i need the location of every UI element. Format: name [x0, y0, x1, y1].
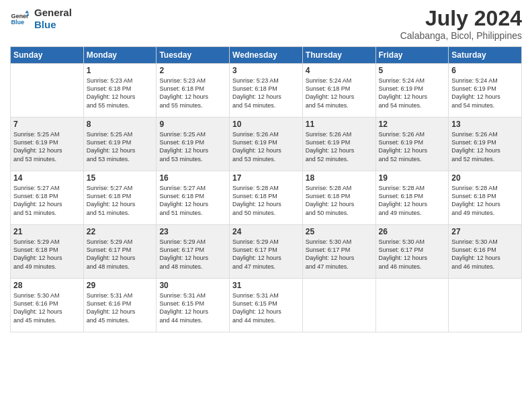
- table-row: 4 Sunrise: 5:24 AMSunset: 6:18 PMDayligh…: [302, 64, 375, 118]
- day-number: 26: [379, 227, 446, 236]
- day-info: Sunrise: 5:26 AMSunset: 6:19 PMDaylight:…: [306, 130, 373, 163]
- day-number: 10: [232, 120, 300, 129]
- day-info: Sunrise: 5:27 AMSunset: 6:18 PMDaylight:…: [87, 184, 154, 217]
- day-number: 7: [13, 120, 81, 129]
- day-number: 15: [87, 173, 154, 183]
- day-info: Sunrise: 5:28 AMSunset: 6:18 PMDaylight:…: [232, 184, 300, 217]
- title-section: July 2024 Calabanga, Bicol, Philippines: [400, 7, 522, 41]
- day-info: Sunrise: 5:28 AMSunset: 6:18 PMDaylight:…: [379, 184, 446, 217]
- day-number: 8: [87, 120, 154, 129]
- day-info: Sunrise: 5:29 AMSunset: 6:17 PMDaylight:…: [232, 238, 300, 271]
- col-monday: Monday: [83, 47, 157, 64]
- day-number: 27: [451, 227, 519, 236]
- calendar-week-2: 7 Sunrise: 5:25 AMSunset: 6:19 PMDayligh…: [11, 118, 522, 171]
- day-info: Sunrise: 5:27 AMSunset: 6:18 PMDaylight:…: [159, 184, 226, 217]
- day-info: Sunrise: 5:31 AMSunset: 6:16 PMDaylight:…: [87, 291, 154, 324]
- day-number: 25: [306, 227, 373, 236]
- day-info: Sunrise: 5:24 AMSunset: 6:19 PMDaylight:…: [379, 77, 446, 109]
- calendar-table: Sunday Monday Tuesday Wednesday Thursday…: [10, 46, 522, 332]
- day-info: Sunrise: 5:30 AMSunset: 6:16 PMDaylight:…: [451, 238, 519, 271]
- table-row: 19 Sunrise: 5:28 AMSunset: 6:18 PMDaylig…: [375, 171, 449, 225]
- table-row: 3 Sunrise: 5:23 AMSunset: 6:18 PMDayligh…: [230, 64, 303, 118]
- col-sunday: Sunday: [11, 47, 84, 64]
- day-number: 30: [159, 281, 226, 290]
- col-saturday: Saturday: [449, 47, 522, 64]
- day-number: 1: [87, 66, 154, 75]
- day-number: 17: [232, 173, 300, 183]
- day-info: Sunrise: 5:30 AMSunset: 6:16 PMDaylight:…: [13, 291, 81, 324]
- table-row: 17 Sunrise: 5:28 AMSunset: 6:18 PMDaylig…: [230, 171, 303, 225]
- day-info: Sunrise: 5:25 AMSunset: 6:19 PMDaylight:…: [87, 130, 154, 163]
- day-info: Sunrise: 5:23 AMSunset: 6:18 PMDaylight:…: [232, 77, 300, 109]
- col-wednesday: Wednesday: [230, 47, 303, 64]
- day-info: Sunrise: 5:27 AMSunset: 6:18 PMDaylight:…: [13, 184, 81, 217]
- day-number: 5: [379, 66, 446, 75]
- calendar-page: General Blue GeneralBlue July 2024 Calab…: [0, 0, 532, 411]
- table-row: [11, 64, 84, 118]
- day-number: 12: [379, 120, 446, 129]
- day-info: Sunrise: 5:29 AMSunset: 6:17 PMDaylight:…: [159, 238, 226, 271]
- svg-marker-2: [25, 10, 29, 13]
- table-row: 10 Sunrise: 5:26 AMSunset: 6:19 PMDaylig…: [230, 118, 303, 171]
- table-row: 9 Sunrise: 5:25 AMSunset: 6:19 PMDayligh…: [157, 118, 230, 171]
- month-year: July 2024: [400, 7, 522, 30]
- table-row: 12 Sunrise: 5:26 AMSunset: 6:19 PMDaylig…: [375, 118, 449, 171]
- table-row: 30 Sunrise: 5:31 AMSunset: 6:15 PMDaylig…: [157, 279, 230, 332]
- table-row: 11 Sunrise: 5:26 AMSunset: 6:19 PMDaylig…: [302, 118, 375, 171]
- table-row: [302, 279, 375, 332]
- day-info: Sunrise: 5:30 AMSunset: 6:17 PMDaylight:…: [306, 238, 373, 271]
- table-row: 14 Sunrise: 5:27 AMSunset: 6:18 PMDaylig…: [11, 171, 84, 225]
- table-row: 13 Sunrise: 5:26 AMSunset: 6:19 PMDaylig…: [449, 118, 522, 171]
- logo-text: GeneralBlue: [34, 7, 72, 31]
- day-number: 19: [379, 173, 446, 183]
- table-row: 25 Sunrise: 5:30 AMSunset: 6:17 PMDaylig…: [302, 225, 375, 279]
- day-number: 21: [13, 227, 81, 236]
- day-number: 24: [232, 227, 300, 236]
- calendar-week-4: 21 Sunrise: 5:29 AMSunset: 6:18 PMDaylig…: [11, 225, 522, 279]
- col-friday: Friday: [375, 47, 449, 64]
- day-number: 18: [306, 173, 373, 183]
- day-info: Sunrise: 5:26 AMSunset: 6:19 PMDaylight:…: [451, 130, 519, 163]
- day-number: 31: [232, 281, 300, 290]
- location: Calabanga, Bicol, Philippines: [400, 30, 522, 41]
- day-info: Sunrise: 5:25 AMSunset: 6:19 PMDaylight:…: [13, 130, 81, 163]
- day-info: Sunrise: 5:25 AMSunset: 6:19 PMDaylight:…: [159, 130, 226, 163]
- day-info: Sunrise: 5:29 AMSunset: 6:17 PMDaylight:…: [87, 238, 154, 271]
- header: General Blue GeneralBlue July 2024 Calab…: [10, 7, 522, 41]
- table-row: 21 Sunrise: 5:29 AMSunset: 6:18 PMDaylig…: [11, 225, 84, 279]
- day-info: Sunrise: 5:28 AMSunset: 6:18 PMDaylight:…: [451, 184, 519, 217]
- table-row: 28 Sunrise: 5:30 AMSunset: 6:16 PMDaylig…: [11, 279, 84, 332]
- day-info: Sunrise: 5:31 AMSunset: 6:15 PMDaylight:…: [159, 291, 226, 324]
- day-number: 20: [451, 173, 519, 183]
- table-row: 15 Sunrise: 5:27 AMSunset: 6:18 PMDaylig…: [83, 171, 157, 225]
- svg-text:Blue: Blue: [11, 19, 24, 26]
- day-info: Sunrise: 5:24 AMSunset: 6:18 PMDaylight:…: [306, 77, 373, 109]
- day-info: Sunrise: 5:23 AMSunset: 6:18 PMDaylight:…: [159, 77, 226, 109]
- day-number: 3: [232, 66, 300, 75]
- day-number: 9: [159, 120, 226, 129]
- day-info: Sunrise: 5:30 AMSunset: 6:17 PMDaylight:…: [379, 238, 446, 271]
- header-row: Sunday Monday Tuesday Wednesday Thursday…: [11, 47, 522, 64]
- calendar-week-1: 1 Sunrise: 5:23 AMSunset: 6:18 PMDayligh…: [11, 64, 522, 118]
- table-row: 18 Sunrise: 5:28 AMSunset: 6:18 PMDaylig…: [302, 171, 375, 225]
- table-row: 7 Sunrise: 5:25 AMSunset: 6:19 PMDayligh…: [11, 118, 84, 171]
- day-number: 2: [159, 66, 226, 75]
- calendar-week-5: 28 Sunrise: 5:30 AMSunset: 6:16 PMDaylig…: [11, 279, 522, 332]
- table-row: 24 Sunrise: 5:29 AMSunset: 6:17 PMDaylig…: [230, 225, 303, 279]
- day-number: 22: [87, 227, 154, 236]
- day-info: Sunrise: 5:31 AMSunset: 6:15 PMDaylight:…: [232, 291, 300, 324]
- day-info: Sunrise: 5:29 AMSunset: 6:18 PMDaylight:…: [13, 238, 81, 271]
- col-thursday: Thursday: [302, 47, 375, 64]
- day-info: Sunrise: 5:26 AMSunset: 6:19 PMDaylight:…: [379, 130, 446, 163]
- table-row: 6 Sunrise: 5:24 AMSunset: 6:19 PMDayligh…: [449, 64, 522, 118]
- table-row: 20 Sunrise: 5:28 AMSunset: 6:18 PMDaylig…: [449, 171, 522, 225]
- day-info: Sunrise: 5:26 AMSunset: 6:19 PMDaylight:…: [232, 130, 300, 163]
- table-row: 26 Sunrise: 5:30 AMSunset: 6:17 PMDaylig…: [375, 225, 449, 279]
- table-row: 1 Sunrise: 5:23 AMSunset: 6:18 PMDayligh…: [83, 64, 157, 118]
- day-number: 11: [306, 120, 373, 129]
- day-number: 4: [306, 66, 373, 75]
- day-info: Sunrise: 5:24 AMSunset: 6:19 PMDaylight:…: [451, 77, 519, 109]
- table-row: 16 Sunrise: 5:27 AMSunset: 6:18 PMDaylig…: [157, 171, 230, 225]
- day-number: 6: [451, 66, 519, 75]
- table-row: [375, 279, 449, 332]
